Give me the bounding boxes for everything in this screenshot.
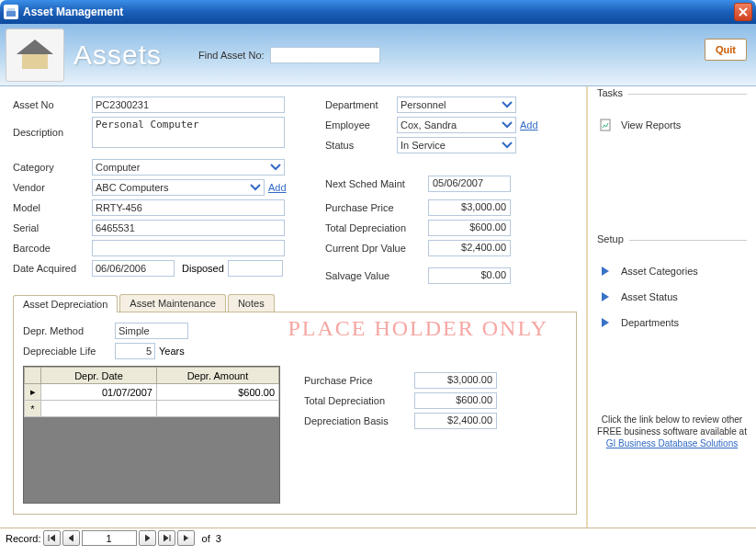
nav-next-button[interactable] xyxy=(139,530,156,546)
grid-row-marker: ▸ xyxy=(25,384,41,401)
asset-status-link[interactable]: Asset Status xyxy=(597,289,747,305)
purchase-price-value: $3,000.00 xyxy=(428,199,511,216)
status-combo[interactable] xyxy=(397,137,516,153)
note-line-2: FREE business software available at xyxy=(597,426,747,437)
record-label: Record: xyxy=(6,533,41,544)
find-asset-input[interactable] xyxy=(270,47,380,63)
page-heading: Assets xyxy=(73,40,162,71)
grid-col-amount[interactable]: Depr. Amount xyxy=(156,368,278,384)
asset-no-input[interactable] xyxy=(92,96,285,113)
asset-status-label: Asset Status xyxy=(621,291,678,302)
category-label: Category xyxy=(13,162,92,173)
current-dpr-value-label: Current Dpr Value xyxy=(325,243,428,254)
nav-prev-button[interactable] xyxy=(62,530,80,546)
play-icon xyxy=(597,289,614,305)
sum-purchase-price-value: $3,000.00 xyxy=(414,372,497,389)
tab-notes[interactable]: Notes xyxy=(228,294,275,312)
tab-maintenance[interactable]: Asset Maintenance xyxy=(119,294,226,312)
close-icon[interactable] xyxy=(734,3,752,21)
model-label: Model xyxy=(13,202,92,213)
depr-life-input[interactable] xyxy=(115,343,155,359)
date-acquired-label: Date Acquired xyxy=(13,263,92,274)
employee-combo[interactable] xyxy=(397,117,516,133)
find-asset-label: Find Asset No: xyxy=(198,50,265,61)
svg-rect-1 xyxy=(7,8,15,11)
svg-marker-2 xyxy=(17,40,53,54)
nav-last-button[interactable] xyxy=(158,530,175,546)
grid-col-date[interactable]: Depr. Date xyxy=(41,368,157,384)
grid-cell-date[interactable]: 01/07/2007 xyxy=(41,384,157,401)
salvage-value-value: $0.00 xyxy=(428,267,511,284)
total-depreciation-value: $600.00 xyxy=(428,220,511,236)
asset-categories-label: Asset Categories xyxy=(621,266,698,277)
asset-form: Asset No DescriptionPersonal Computer Ca… xyxy=(0,86,586,528)
barcode-input[interactable] xyxy=(92,240,285,256)
purchase-price-label: Purchase Price xyxy=(325,202,428,213)
serial-input[interactable] xyxy=(92,220,285,236)
grid-cell-amount[interactable] xyxy=(156,401,278,417)
grid-row[interactable]: ▸ 01/07/2007 $600.00 xyxy=(25,384,279,401)
current-dpr-value-value: $2,400.00 xyxy=(428,240,511,256)
depr-method-input[interactable] xyxy=(115,323,188,339)
sum-total-depr-label: Total Depreciation xyxy=(304,395,414,406)
disposed-label: Disposed xyxy=(182,263,224,274)
department-label: Department xyxy=(325,99,397,110)
salvage-value-label: Salvage Value xyxy=(325,270,428,281)
depr-method-label: Depr. Method xyxy=(23,325,115,336)
depr-life-label: Depreciable Life xyxy=(23,346,115,357)
departments-label: Departments xyxy=(621,317,679,328)
vendor-combo[interactable] xyxy=(92,179,265,196)
total-depreciation-label: Total Depreciation xyxy=(325,222,428,233)
record-of-label: of xyxy=(202,533,210,544)
tab-depreciation[interactable]: Asset Depreciation xyxy=(13,295,118,312)
record-current-input[interactable] xyxy=(82,530,137,546)
sum-purchase-price-label: Purchase Price xyxy=(304,375,414,386)
logo-icon xyxy=(6,28,64,82)
window-title: Asset Management xyxy=(23,6,123,18)
model-input[interactable] xyxy=(92,199,285,216)
disposed-input[interactable] xyxy=(228,260,283,277)
note-line-1: Click the link below to review other xyxy=(597,414,747,426)
depr-life-unit: Years xyxy=(159,346,185,357)
employee-label: Employee xyxy=(325,119,397,130)
nav-first-button[interactable] xyxy=(43,530,61,546)
grid-row-new[interactable]: * xyxy=(25,401,279,417)
svg-rect-3 xyxy=(22,54,48,69)
side-panel: Tasks View Reports Setup Asset Categorie… xyxy=(586,86,756,528)
grid-cell-amount[interactable]: $600.00 xyxy=(156,384,278,401)
department-combo[interactable] xyxy=(397,96,516,113)
employee-add-link[interactable]: Add xyxy=(520,119,538,130)
svg-marker-5 xyxy=(602,267,609,276)
vendor-add-link[interactable]: Add xyxy=(268,182,287,193)
view-reports-link[interactable]: View Reports xyxy=(597,117,747,133)
footer-note: Click the link below to review other FRE… xyxy=(597,414,747,449)
grid-cell-date[interactable] xyxy=(41,401,157,417)
gi-solutions-link[interactable]: GI Business Database Solutions xyxy=(606,438,738,448)
sum-total-depr-value: $600.00 xyxy=(414,392,497,409)
status-label: Status xyxy=(325,140,397,151)
vendor-label: Vendor xyxy=(13,182,92,193)
tab-bar: Asset Depreciation Asset Maintenance Not… xyxy=(13,294,577,312)
view-reports-label: View Reports xyxy=(621,119,681,130)
next-sched-maint-label: Next Sched Maint xyxy=(325,178,428,189)
asset-categories-link[interactable]: Asset Categories xyxy=(597,263,747,279)
quit-button[interactable]: Quit xyxy=(705,39,747,61)
play-icon xyxy=(597,263,614,279)
sum-basis-label: Depreciation Basis xyxy=(304,415,414,426)
grid-row-marker: * xyxy=(25,401,41,417)
title-bar: Asset Management xyxy=(0,0,756,24)
nav-new-button[interactable] xyxy=(177,530,195,546)
description-input[interactable]: Personal Computer xyxy=(92,117,285,148)
category-combo[interactable] xyxy=(92,159,285,176)
date-acquired-input[interactable] xyxy=(92,260,175,277)
record-total: 3 xyxy=(216,533,221,544)
description-label: Description xyxy=(13,127,92,138)
departments-link[interactable]: Departments xyxy=(597,314,747,331)
record-navigator: Record: of 3 xyxy=(0,528,756,548)
depreciation-grid[interactable]: Depr. Date Depr. Amount ▸ 01/07/2007 $60… xyxy=(23,366,280,504)
app-icon xyxy=(4,5,18,19)
tab-pane-depreciation: PLACE HOLDER ONLY Depr. Method Depreciab… xyxy=(13,312,577,515)
svg-rect-0 xyxy=(6,11,16,17)
report-icon xyxy=(597,117,614,133)
serial-label: Serial xyxy=(13,222,92,233)
